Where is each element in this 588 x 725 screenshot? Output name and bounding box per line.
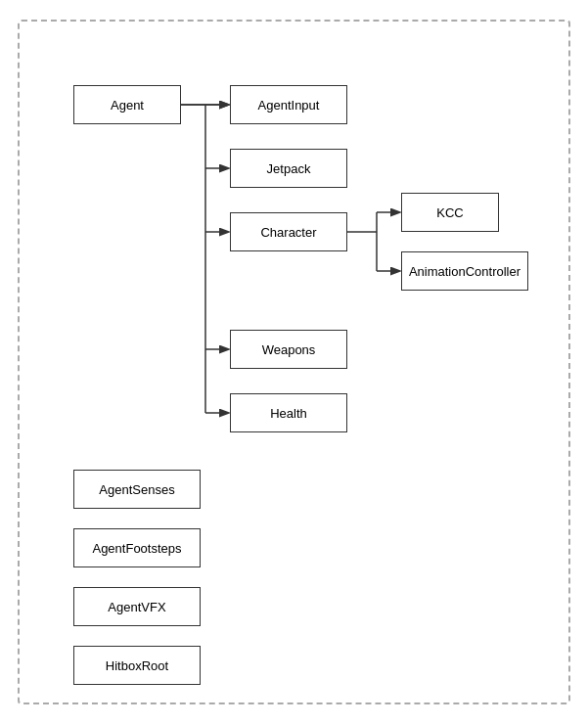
box-label-agent: Agent <box>111 98 144 113</box>
box-label-kcc: KCC <box>436 205 463 220</box>
box-health: Health <box>230 393 347 432</box>
box-jetpack: Jetpack <box>230 149 347 188</box>
box-agentfootsteps: AgentFootsteps <box>73 528 201 567</box>
box-label-health: Health <box>270 406 307 421</box>
box-hitboxroot: HitboxRoot <box>73 646 201 685</box>
box-agentsenses: AgentSenses <box>73 470 201 509</box>
box-agentinput: AgentInput <box>230 85 347 124</box>
box-label-agentinput: AgentInput <box>258 98 320 113</box>
box-animationcontroller: AnimationController <box>401 251 528 291</box>
box-label-agentvfx: AgentVFX <box>108 600 165 614</box>
box-label-jetpack: Jetpack <box>267 161 311 176</box>
box-label-animationcontroller: AnimationController <box>409 264 520 279</box>
diagram-container: AgentAgentInputJetpackCharacterKCCAnimat… <box>18 20 570 704</box>
box-kcc: KCC <box>401 193 499 232</box>
box-label-character: Character <box>260 225 316 240</box>
box-weapons: Weapons <box>230 330 347 369</box>
box-label-agentsenses: AgentSenses <box>99 482 174 497</box>
box-label-hitboxroot: HitboxRoot <box>106 658 168 673</box>
box-agentvfx: AgentVFX <box>73 587 201 626</box>
box-agent: Agent <box>73 85 181 124</box>
box-character: Character <box>230 212 347 251</box>
box-label-weapons: Weapons <box>262 342 316 357</box>
box-label-agentfootsteps: AgentFootsteps <box>92 541 181 556</box>
